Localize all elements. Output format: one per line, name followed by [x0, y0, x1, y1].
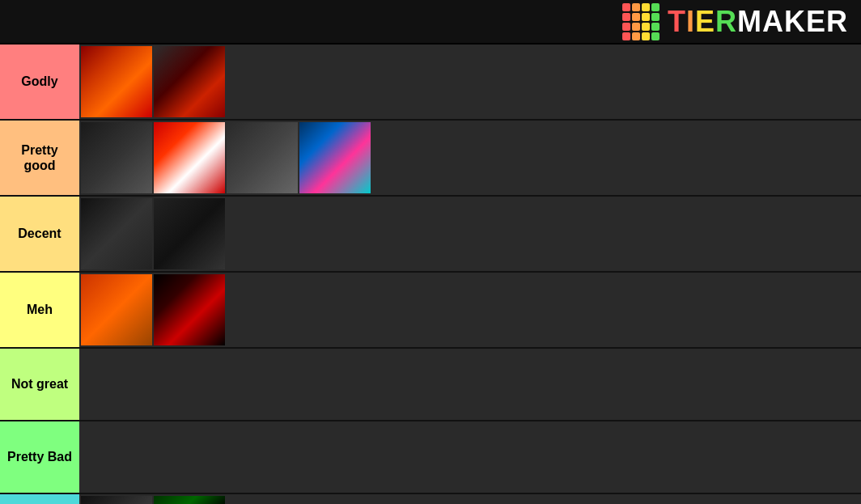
- tier-content-pretty-bad[interactable]: [79, 421, 861, 493]
- tier-item-hn-2[interactable]: [154, 496, 225, 504]
- tier-content-meh[interactable]: [79, 273, 861, 347]
- band-image-hn-2: [154, 496, 225, 504]
- tier-list: GodlyPretty goodDecentMehNot greatPretty…: [0, 44, 861, 504]
- logo-dot: [651, 23, 660, 31]
- tier-item-decent-2[interactable]: [154, 198, 225, 269]
- top-bar: TiERMAKER: [0, 0, 861, 44]
- tier-label-havent-heard: Haven't heard: [0, 494, 79, 504]
- logo-dot: [651, 3, 660, 11]
- tier-content-not-great[interactable]: [79, 349, 861, 420]
- tier-item-meh-2[interactable]: [154, 274, 225, 345]
- tier-content-pretty-good[interactable]: [79, 121, 861, 195]
- logo-dot: [651, 13, 660, 21]
- tier-item-pg-3[interactable]: [227, 122, 298, 193]
- tier-content-godly[interactable]: [79, 44, 861, 119]
- tier-label-not-great: Not great: [0, 349, 79, 420]
- tier-label-meh: Meh: [0, 273, 79, 347]
- band-image-hn-1: [81, 496, 152, 504]
- tier-label-godly: Godly: [0, 44, 79, 119]
- band-image-meh-2: [154, 274, 225, 345]
- tier-item-pg-1[interactable]: [81, 122, 152, 193]
- tier-item-hn-1[interactable]: [81, 496, 152, 504]
- tier-label-decent: Decent: [0, 197, 79, 271]
- logo-dot: [632, 32, 640, 40]
- logo-dot: [642, 23, 650, 31]
- logo-dot: [622, 13, 630, 21]
- logo-dot: [642, 3, 650, 11]
- band-image-meh-1: [81, 274, 152, 345]
- band-image-pg-1: [81, 122, 152, 193]
- logo-dot: [622, 32, 630, 40]
- tier-row-not-great: Not great: [0, 349, 861, 421]
- band-image-decent-1: [81, 198, 152, 269]
- band-image-pg-2: [154, 122, 225, 193]
- logo-text: TiERMAKER: [668, 5, 848, 39]
- tiermaker-logo: TiERMAKER: [622, 3, 848, 40]
- band-image-pg-3: [227, 122, 298, 193]
- tier-label-pretty-bad: Pretty Bad: [0, 421, 79, 493]
- logo-dot: [632, 23, 640, 31]
- band-image-godly-2: [154, 46, 225, 117]
- tier-item-decent-1[interactable]: [81, 198, 152, 269]
- tier-content-havent-heard[interactable]: [79, 494, 861, 504]
- tier-item-pg-4[interactable]: [299, 122, 371, 193]
- tier-row-decent: Decent: [0, 197, 861, 273]
- tier-row-godly: Godly: [0, 44, 861, 121]
- tier-label-pretty-good: Pretty good: [0, 121, 79, 195]
- logo-dot: [622, 3, 630, 11]
- logo-dot: [632, 13, 640, 21]
- tier-row-pretty-good: Pretty good: [0, 121, 861, 197]
- tier-item-godly-1[interactable]: [81, 46, 152, 117]
- logo-grid: [622, 3, 660, 40]
- logo-dot: [651, 32, 660, 40]
- tier-row-havent-heard: Haven't heard: [0, 494, 861, 504]
- tier-item-meh-1[interactable]: [81, 274, 152, 345]
- tier-row-meh: Meh: [0, 273, 861, 349]
- tier-item-pg-2[interactable]: [154, 122, 225, 193]
- tier-row-pretty-bad: Pretty Bad: [0, 421, 861, 494]
- tier-item-godly-2[interactable]: [154, 46, 225, 117]
- logo-dot: [622, 23, 630, 31]
- band-image-godly-1: [81, 46, 152, 117]
- band-image-pg-4: [299, 122, 371, 193]
- logo-dot: [642, 32, 650, 40]
- band-image-decent-2: [154, 198, 225, 269]
- logo-dot: [632, 3, 640, 11]
- logo-dot: [642, 13, 650, 21]
- tier-content-decent[interactable]: [79, 197, 861, 271]
